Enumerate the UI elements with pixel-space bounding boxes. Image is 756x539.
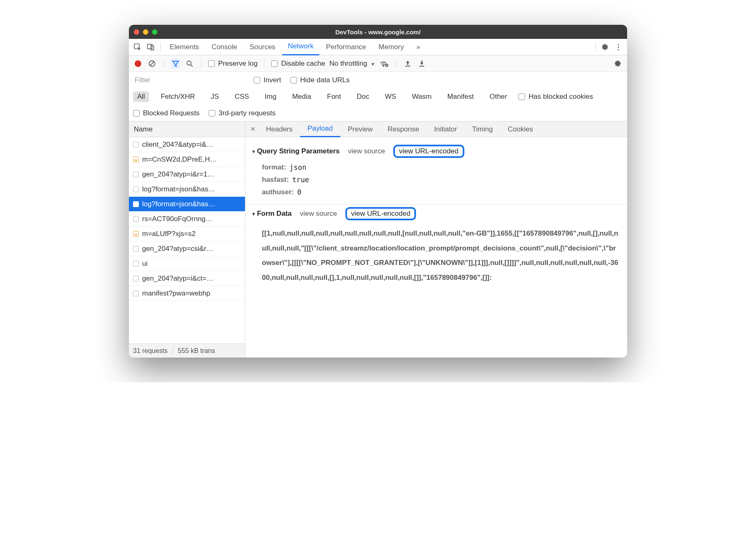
dtab-response[interactable]: Response (380, 122, 427, 137)
request-row[interactable]: gen_204?atyp=i&r=1… (129, 167, 245, 182)
file-icon (133, 261, 139, 267)
request-row[interactable]: gen_204?atyp=csi&r… (129, 241, 245, 256)
request-row[interactable]: manifest?pwa=webhp (129, 286, 245, 301)
disable-cache-checkbox[interactable]: Disable cache (271, 60, 325, 68)
transferred-size: 555 kB trans (178, 347, 215, 355)
js-file-icon (133, 157, 139, 162)
type-js[interactable]: JS (207, 91, 223, 102)
request-row[interactable]: log?format=json&has… (129, 197, 245, 212)
request-row[interactable]: rs=ACT90oFqOrnng… (129, 212, 245, 227)
dtab-initiator[interactable]: Initiator (427, 122, 465, 137)
tab-memory[interactable]: Memory (373, 39, 409, 55)
request-row[interactable]: gen_204?atyp=i&ct=… (129, 271, 245, 286)
search-icon[interactable] (185, 59, 195, 69)
type-other[interactable]: Other (485, 91, 511, 102)
preserve-log-checkbox[interactable]: Preserve log (208, 60, 257, 68)
tab-network[interactable]: Network (282, 39, 319, 55)
window-maximize[interactable] (152, 29, 157, 35)
request-name: m=CnSW2d,DPreE,H… (142, 155, 217, 164)
request-row[interactable]: m=aLUfP?xjs=s2 (129, 227, 245, 241)
has-blocked-cookies-checkbox[interactable]: Has blocked cookies (518, 93, 593, 101)
type-fetch-xhr[interactable]: Fetch/XHR (157, 91, 199, 102)
dtab-cookies[interactable]: Cookies (500, 122, 540, 137)
main-tabs-row: Elements Console Sources Network Perform… (129, 39, 627, 55)
disclosure-triangle-icon[interactable]: ▼Query String Parameters (251, 147, 340, 155)
file-icon (133, 246, 139, 252)
filter-icon[interactable] (171, 59, 181, 69)
file-icon (133, 291, 139, 296)
third-party-checkbox[interactable]: 3rd-party requests (209, 109, 276, 117)
third-party-label: 3rd-party requests (219, 109, 276, 117)
detail-body: ▼Query String Parameters view source vie… (245, 137, 627, 358)
chevron-down-icon: ▼ (371, 62, 375, 67)
network-settings-gear-icon[interactable] (613, 59, 623, 69)
record-button[interactable] (133, 59, 143, 69)
view-url-encoded-button[interactable]: view URL-encoded (345, 207, 416, 220)
dtab-payload[interactable]: Payload (300, 122, 340, 137)
download-har-icon[interactable] (417, 59, 427, 69)
sidebar-header[interactable]: Name (129, 122, 245, 137)
clear-icon[interactable] (147, 59, 157, 69)
type-ws[interactable]: WS (381, 91, 400, 102)
type-wasm[interactable]: Wasm (408, 91, 436, 102)
disclosure-triangle-icon[interactable]: ▼Form Data (251, 210, 292, 218)
form-data-title: Form Data (257, 210, 292, 217)
device-toolbar-icon[interactable] (145, 41, 157, 53)
type-all[interactable]: All (133, 91, 149, 102)
request-name: rs=ACT90oFqOrnng… (142, 215, 213, 223)
separator (164, 59, 164, 68)
window-title: DevTools - www.google.com/ (129, 29, 627, 36)
query-title: Query String Parameters (257, 147, 340, 155)
settings-gear-icon[interactable] (599, 41, 611, 53)
view-source-button[interactable]: view source (348, 147, 385, 155)
type-font[interactable]: Font (323, 91, 345, 102)
dtab-headers[interactable]: Headers (259, 122, 300, 137)
window-close[interactable] (134, 29, 139, 35)
filter-input[interactable]: Filter (133, 75, 245, 85)
tab-sources[interactable]: Sources (244, 39, 281, 55)
tab-console[interactable]: Console (206, 39, 243, 55)
kebab-menu-icon[interactable] (612, 41, 625, 53)
hide-data-urls-checkbox[interactable]: Hide data URLs (290, 76, 350, 84)
separator (173, 347, 173, 355)
request-row[interactable]: m=CnSW2d,DPreE,H… (129, 152, 245, 167)
dtab-preview[interactable]: Preview (340, 122, 380, 137)
param-key: format: (262, 163, 286, 172)
tab-elements[interactable]: Elements (164, 39, 205, 55)
tabs-overflow[interactable]: » (411, 39, 426, 55)
request-row[interactable]: log?format=json&has… (129, 182, 245, 197)
file-icon (133, 172, 139, 177)
detail-tabs: × Headers Payload Preview Response Initi… (245, 122, 627, 137)
dtab-timing[interactable]: Timing (464, 122, 500, 137)
close-icon[interactable]: × (247, 125, 259, 134)
upload-har-icon[interactable] (403, 59, 413, 69)
type-doc[interactable]: Doc (353, 91, 373, 102)
request-name: m=aLUfP?xjs=s2 (142, 230, 195, 238)
type-manifest[interactable]: Manifest (443, 91, 478, 102)
invert-checkbox[interactable]: Invert (254, 76, 281, 84)
request-row[interactable]: client_204?&atyp=i&… (129, 137, 245, 152)
network-conditions-icon[interactable] (379, 59, 389, 69)
file-icon (133, 186, 139, 192)
has-blocked-cookies-label: Has blocked cookies (528, 93, 593, 101)
svg-point-8 (187, 61, 191, 65)
view-url-encoded-button[interactable]: view URL-encoded (393, 145, 464, 158)
request-name: gen_204?atyp=i&r=1… (142, 170, 214, 179)
request-name: client_204?&atyp=i&… (142, 141, 213, 149)
throttling-select[interactable]: No throttling▼ (329, 60, 375, 68)
window-minimize[interactable] (143, 29, 148, 35)
type-media[interactable]: Media (288, 91, 315, 102)
request-row[interactable]: ui (129, 256, 245, 271)
blocked-requests-checkbox[interactable]: Blocked Requests (133, 109, 200, 117)
tab-performance[interactable]: Performance (320, 39, 372, 55)
network-toolbar: Preserve log Disable cache No throttling… (129, 55, 627, 72)
request-name: log?format=json&has… (142, 200, 215, 208)
view-source-button[interactable]: view source (300, 210, 337, 218)
param-key: hasfast: (262, 176, 289, 184)
type-css[interactable]: CSS (231, 91, 253, 102)
request-name: ui (142, 260, 147, 268)
inspect-element-icon[interactable] (131, 41, 144, 53)
hide-data-urls-label: Hide data URLs (300, 76, 350, 84)
disable-cache-label: Disable cache (281, 60, 325, 68)
type-img[interactable]: Img (261, 91, 281, 102)
